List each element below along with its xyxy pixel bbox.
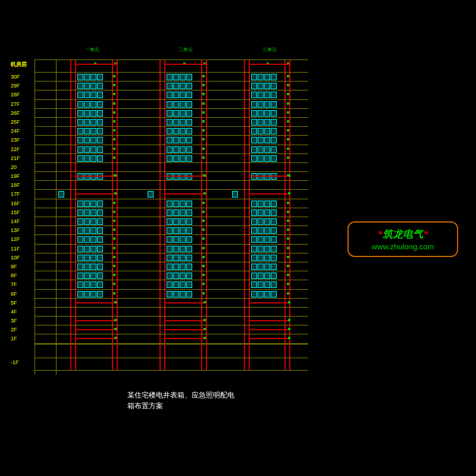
node-icon (113, 111, 115, 114)
meter-box-icon (90, 209, 96, 216)
floor-label: 15F (11, 208, 31, 217)
distribution-box-icon (58, 191, 64, 198)
meter-box-icon (167, 74, 173, 80)
node-icon (202, 247, 205, 249)
meter-box-icon (90, 92, 96, 98)
branch-line (249, 338, 290, 339)
branch-line (75, 193, 117, 195)
meter-box-icon (271, 227, 277, 234)
meter-box-cluster (77, 128, 103, 134)
meter-box-icon (251, 119, 257, 126)
meter-box-icon (264, 83, 270, 89)
meter-box-icon (90, 119, 96, 126)
meter-box-icon (251, 74, 257, 80)
node-icon (114, 337, 117, 339)
node-icon (202, 202, 205, 204)
floor-row: 14F (35, 217, 308, 226)
meter-box-icon (186, 146, 192, 153)
meter-box-icon (271, 291, 277, 298)
watermark-brand: 筑龙电气 (383, 228, 423, 240)
meter-box-icon (186, 92, 192, 98)
meter-box-icon (251, 201, 257, 207)
meter-box-icon (180, 209, 186, 216)
floor-row: 19F (35, 171, 308, 180)
meter-box-icon (180, 273, 186, 279)
floor-label: 11F (11, 245, 31, 253)
meter-box-icon (90, 110, 96, 117)
floor-row: 9F (35, 262, 308, 271)
meter-box-icon (84, 201, 90, 207)
node-icon (202, 156, 205, 159)
floor-label: 9F (11, 262, 31, 271)
meter-box-icon (167, 236, 173, 243)
node-icon (114, 328, 117, 330)
node-icon (202, 256, 205, 258)
meter-box-cluster (251, 128, 277, 134)
branch-line (164, 302, 206, 303)
meter-box-icon (186, 119, 192, 126)
meter-box-icon (271, 101, 277, 108)
node-icon (202, 237, 205, 240)
meter-box-icon (173, 110, 179, 117)
node-icon (287, 120, 289, 123)
meter-box-icon (180, 236, 186, 243)
floor-label: 26F (11, 109, 31, 117)
meter-box-icon (167, 264, 173, 270)
meter-box-icon (258, 155, 264, 162)
meter-box-icon (271, 246, 277, 252)
branch-line (75, 338, 117, 339)
meter-box-cluster (251, 101, 277, 107)
riser-diagram: 一单元 二单元 三单元 机房层 30F29F28F27F26F25F24F (35, 60, 308, 375)
meter-box-icon (251, 255, 257, 261)
meter-box-icon (271, 264, 277, 270)
node-icon (203, 174, 206, 177)
header-unit-a: 一单元 (85, 46, 99, 53)
meter-box-cluster (167, 236, 192, 242)
drawing-caption: 某住宅楼电井表箱、应急照明配电 箱布置方案 (127, 390, 234, 411)
meter-box-icon (173, 128, 179, 134)
branch-line (75, 64, 117, 65)
meter-box-icon (77, 273, 83, 279)
floor-row: 27F (35, 99, 308, 108)
floor-label: 1F (11, 334, 31, 343)
node-icon (288, 174, 290, 177)
meter-box-icon (77, 218, 83, 225)
node-icon (113, 156, 115, 159)
floor-label: 14F (11, 217, 31, 226)
floor-row: 3F (35, 316, 308, 325)
meter-box-icon (173, 291, 179, 298)
meter-box-cluster (167, 273, 192, 278)
meter-box-icon (84, 227, 90, 234)
meter-box-icon (84, 110, 90, 117)
meter-box-cluster (77, 201, 103, 206)
floor-label: 27F (11, 100, 31, 108)
meter-box-icon (97, 281, 103, 288)
meter-box-icon (271, 83, 277, 89)
meter-box-icon (271, 209, 277, 216)
meter-box-icon (271, 137, 277, 143)
meter-box-icon (97, 209, 103, 216)
meter-box-icon (186, 227, 192, 234)
meter-box-icon (77, 236, 83, 243)
floor-label: 6F (11, 290, 31, 298)
branch-line (249, 176, 290, 177)
node-icon (287, 274, 289, 276)
meter-box-icon (173, 155, 179, 162)
floor-label: 16F (11, 199, 31, 208)
meter-box-icon (173, 273, 179, 279)
floor-label: 17F (11, 190, 31, 198)
node-icon (287, 247, 289, 249)
meter-box-icon (271, 119, 277, 126)
meter-box-cluster (77, 281, 103, 287)
meter-box-icon (84, 236, 90, 243)
meter-box-cluster (77, 236, 103, 242)
floor-row: 15F (35, 208, 308, 217)
branch-line (164, 64, 206, 65)
meter-box-icon (258, 236, 264, 243)
meter-box-icon (84, 246, 90, 252)
meter-box-icon (173, 236, 179, 243)
node-icon (113, 274, 115, 276)
meter-box-icon (77, 291, 83, 298)
node-icon (202, 138, 205, 140)
meter-box-cluster (251, 201, 277, 206)
